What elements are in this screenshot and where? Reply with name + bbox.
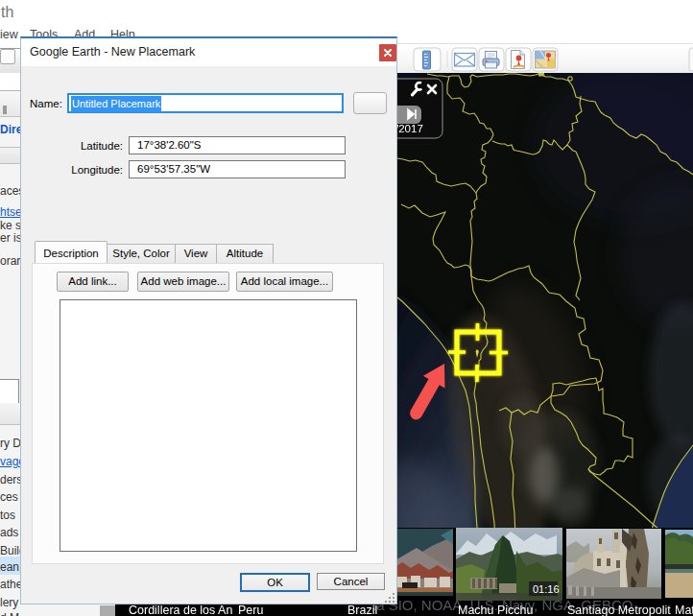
svg-text:Brazil: Brazil: [347, 604, 377, 616]
svg-text:Mat: Mat: [675, 604, 693, 616]
svg-text:/2017: /2017: [395, 123, 423, 134]
svg-text:01:16: 01:16: [533, 583, 560, 595]
svg-text:Machu Picchu: Machu Picchu: [458, 604, 534, 616]
svg-text:Peru: Peru: [238, 604, 263, 616]
svg-text:Santiago Metropolit: Santiago Metropolit: [567, 604, 671, 616]
svg-text:Cordillera de los An: Cordillera de los An: [129, 604, 232, 616]
